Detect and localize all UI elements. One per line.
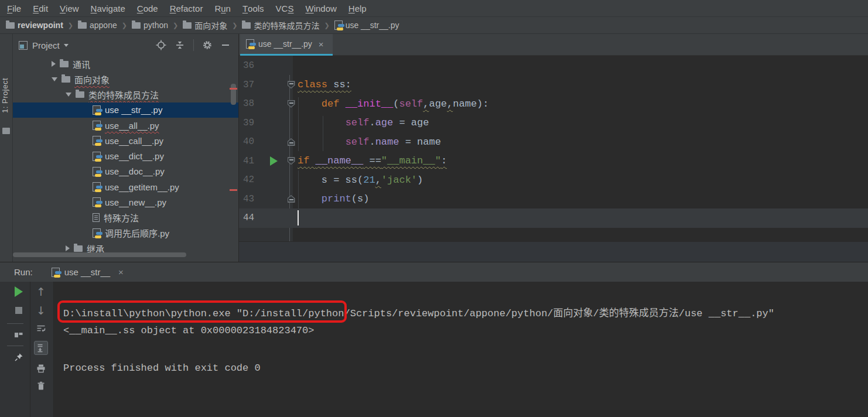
console-line-object-repr: <__main__.ss object at 0x000002318482347… — [63, 321, 862, 340]
tree-item-file-selected[interactable]: use __str__.py — [13, 102, 238, 118]
fold-marker-icon[interactable] — [288, 195, 295, 203]
rerun-icon[interactable] — [12, 285, 26, 299]
tree-item-file[interactable]: use__all__.py — [13, 118, 238, 133]
chevron-down-icon[interactable] — [64, 44, 69, 47]
tree-item-file[interactable]: use__call__.py — [13, 133, 238, 148]
locate-icon[interactable] — [156, 40, 166, 50]
text-caret — [298, 210, 299, 225]
code-line-42[interactable]: 42 s = ss(21,'jack') — [239, 170, 868, 190]
python-file-icon — [93, 121, 101, 130]
python-file-icon — [334, 20, 343, 30]
error-stripe-mark — [230, 88, 237, 90]
pin-icon[interactable] — [12, 350, 26, 364]
tree-item-folder[interactable]: 通讯 — [13, 56, 238, 71]
tree-item-file[interactable]: 特殊方法 — [13, 210, 238, 225]
chevron-down-icon[interactable] — [52, 77, 57, 81]
project-stripe-button[interactable]: 1: Project — [1, 78, 9, 113]
code-line-37[interactable]: 37 class ss: — [239, 76, 868, 95]
tree-item-folder[interactable]: 类的特殊成员方法 — [13, 87, 238, 102]
chevron-right-icon: ❯ — [122, 22, 127, 29]
menu-file[interactable]: File — [1, 0, 27, 17]
menu-tools[interactable]: Tools — [237, 0, 270, 17]
chevron-right-icon: ❯ — [324, 22, 329, 29]
close-icon[interactable]: × — [319, 39, 324, 49]
hide-panel-icon[interactable] — [221, 40, 230, 50]
code-line-36[interactable]: 36 — [239, 56, 868, 76]
tree-item-file[interactable]: use__doc__.py — [13, 164, 238, 179]
folder-icon — [61, 76, 70, 83]
breadcrumb-item[interactable]: appone — [77, 20, 118, 30]
project-panel: Project 通讯 面向对象 类的特殊成员方法 use __str__.py … — [13, 34, 239, 262]
vertical-scrollbar[interactable] — [231, 84, 236, 105]
horizontal-scrollbar[interactable] — [13, 252, 186, 257]
code-line-43[interactable]: 43 print(s) — [239, 190, 868, 209]
code-line-38[interactable]: 38 def __init__(self,age,name): — [239, 94, 868, 114]
project-panel-title[interactable]: Project — [32, 40, 60, 50]
chevron-right-icon[interactable] — [66, 245, 70, 251]
menu-vcs[interactable]: VCS — [270, 0, 300, 17]
run-toolbar-outer — [0, 282, 30, 417]
folder-icon — [76, 91, 84, 98]
folder-icon — [2, 128, 10, 134]
folder-icon — [183, 22, 192, 29]
code-line-39[interactable]: 39 self.age = age — [239, 114, 868, 133]
fold-marker-icon[interactable] — [288, 138, 295, 146]
settings-gear-icon[interactable] — [202, 40, 213, 50]
console-line-blank — [63, 340, 862, 358]
stop-icon[interactable] — [12, 303, 26, 317]
editor-tab-active[interactable]: use __str__.py × — [240, 34, 333, 56]
breadcrumb-item[interactable]: 类的特殊成员方法 — [241, 19, 320, 31]
run-tab[interactable]: use __str__ × — [45, 262, 131, 282]
breadcrumb: reviewpoint ❯ appone ❯ python ❯ 面向对象 ❯ 类… — [0, 17, 868, 34]
folder-icon — [60, 61, 69, 67]
print-icon[interactable] — [34, 361, 48, 375]
menu-run[interactable]: Run — [209, 0, 237, 17]
menu-help[interactable]: Help — [343, 0, 373, 17]
tree-item-file[interactable]: use__dict__.py — [13, 149, 238, 164]
tree-item-file[interactable]: use__getitem__.py — [13, 179, 238, 194]
menu-navigate[interactable]: Navigate — [85, 0, 131, 17]
restore-layout-icon[interactable] — [12, 328, 26, 342]
code-line-44-current[interactable]: 44 — [239, 208, 868, 228]
pycharm-window: File Edit View Navigate Code Refactor Ru… — [0, 0, 868, 417]
chevron-down-icon[interactable] — [66, 93, 71, 97]
tree-item-folder[interactable]: 面向对象 — [13, 71, 238, 87]
breadcrumb-file[interactable]: use __str__.py — [333, 20, 401, 30]
console-line-command: D:\install\python\python.exe "D:/install… — [63, 302, 862, 321]
menu-view[interactable]: View — [54, 0, 85, 17]
menu-refactor[interactable]: Refactor — [164, 0, 209, 17]
python-file-icon — [52, 268, 60, 277]
editor-tab-bar: use __str__.py × — [239, 34, 868, 56]
console-output[interactable]: D:\install\python\python.exe "D:/install… — [54, 282, 868, 417]
breadcrumb-item[interactable]: 面向对象 — [182, 19, 228, 31]
tree-item-file[interactable]: use__new__.py — [13, 194, 238, 210]
code-line-40[interactable]: 40 self.name = name — [239, 132, 868, 152]
python-file-icon — [93, 136, 101, 145]
collapse-all-icon[interactable] — [175, 40, 185, 50]
close-icon[interactable]: × — [118, 267, 124, 277]
run-panel: Run: use __str__ × ↑ ↓ — [0, 262, 868, 417]
fold-marker-icon[interactable] — [288, 157, 295, 165]
fold-marker-icon[interactable] — [288, 100, 295, 108]
breadcrumb-item[interactable]: python — [131, 20, 169, 30]
python-file-icon — [93, 152, 101, 161]
menu-code[interactable]: Code — [131, 0, 164, 17]
menu-edit[interactable]: Edit — [27, 0, 54, 17]
breadcrumb-item[interactable]: reviewpoint — [5, 20, 64, 30]
soft-wrap-icon[interactable] — [34, 322, 48, 336]
fold-marker-icon[interactable] — [288, 81, 295, 88]
python-file-icon — [93, 105, 101, 115]
up-arrow-icon[interactable]: ↑ — [34, 285, 48, 299]
tree-item-file[interactable]: 调用先后顺序.py — [13, 225, 238, 241]
python-file-icon — [93, 197, 101, 207]
chevron-right-icon[interactable] — [52, 61, 56, 67]
clear-trash-icon[interactable] — [34, 379, 48, 393]
chevron-right-icon: ❯ — [173, 22, 178, 29]
scroll-to-end-icon[interactable] — [34, 341, 48, 355]
down-arrow-icon[interactable]: ↓ — [34, 303, 48, 317]
chevron-right-icon: ❯ — [232, 22, 237, 29]
run-line-icon[interactable] — [270, 156, 278, 166]
code-line-41[interactable]: 41 if __name__ =="__main__": — [239, 152, 868, 171]
editor[interactable]: use __str__.py × 36 37 class ss: 38 def … — [239, 34, 868, 262]
menu-window[interactable]: Window — [299, 0, 342, 17]
